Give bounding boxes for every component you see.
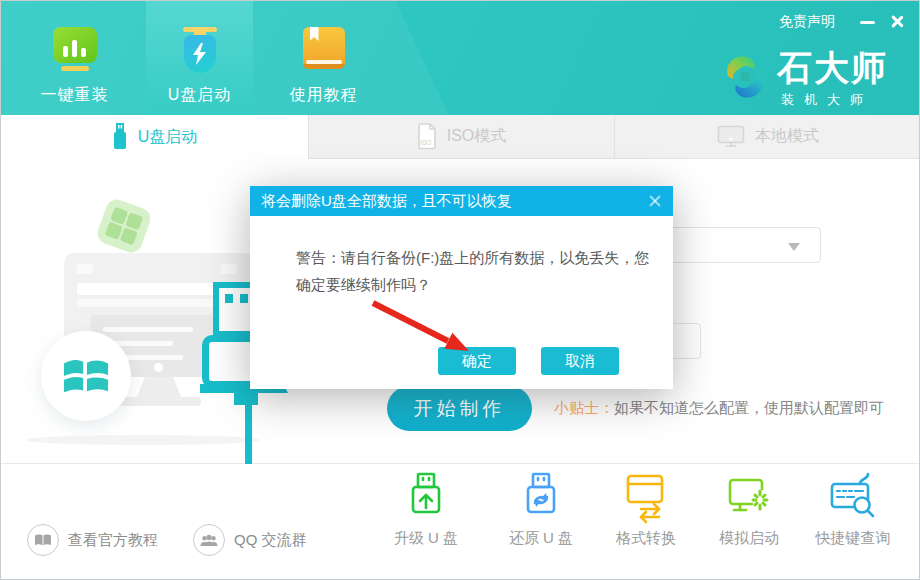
mode-tab-label: ISO模式 — [447, 126, 507, 147]
book-icon — [27, 524, 59, 556]
brand-subtitle: 装机大师 — [781, 91, 873, 109]
mode-tab-label: U盘启动 — [138, 127, 198, 148]
app-window: 一键重装 U盘启动 使用教程 免责声明 — [0, 0, 920, 580]
mode-tab-label: 本地模式 — [755, 126, 819, 147]
windows-flag-icon — [63, 355, 109, 397]
tab-one-key-reinstall[interactable]: 一键重装 — [21, 1, 128, 115]
tip-text: 小贴士：如果不知道怎么配置，使用默认配置即可 — [554, 399, 884, 418]
brand-name: 石大师 — [777, 45, 888, 92]
tool-label: 快捷键查询 — [798, 529, 908, 548]
dialog-title: 将会删除U盘全部数据，且不可以恢复 — [250, 186, 673, 216]
tip-label: 小贴士： — [554, 399, 614, 416]
mode-tab-usb[interactable]: U盘启动 — [1, 115, 308, 159]
tab-label: U盘启动 — [146, 85, 253, 106]
tool-label: 格式转换 — [591, 529, 701, 548]
usb-shield-icon — [146, 27, 253, 79]
dialog-close-icon[interactable] — [648, 194, 662, 208]
windows-logo-badge — [41, 331, 131, 421]
dialog-message: 警告：请自行备份(F:)盘上的所有数据，以免丢失，您 确定要继续制作吗？ — [296, 244, 649, 298]
lightning-icon — [193, 43, 206, 65]
mode-tab-iso[interactable]: ISO ISO模式 — [308, 115, 614, 159]
tool-label: 升级 U 盘 — [371, 529, 481, 548]
footer-bar: 查看官方教程 QQ 交流群 — [1, 463, 920, 580]
link-label: 查看官方教程 — [68, 531, 158, 550]
disclaimer-link[interactable]: 免责声明 — [779, 13, 835, 31]
local-monitor-icon — [717, 125, 745, 148]
minimize-icon[interactable] — [860, 21, 875, 24]
usb-restore-icon — [519, 472, 563, 524]
reinstall-icon — [21, 27, 128, 79]
format-convert-icon — [624, 472, 668, 524]
close-icon[interactable] — [889, 13, 905, 29]
tool-simulate-boot[interactable]: 模拟启动 — [694, 472, 804, 548]
tab-label: 使用教程 — [270, 85, 377, 106]
usb-upgrade-icon — [404, 472, 448, 524]
confirm-dialog: 将会删除U盘全部数据，且不可以恢复 警告：请自行备份(F:)盘上的所有数据，以免… — [250, 186, 673, 389]
tool-upgrade-usb[interactable]: 升级 U 盘 — [371, 472, 481, 548]
official-tutorial-link[interactable]: 查看官方教程 — [27, 524, 158, 556]
tool-format-convert[interactable]: 格式转换 — [591, 472, 701, 548]
confirm-button[interactable]: 确定 — [438, 347, 516, 375]
tab-label: 一键重装 — [21, 85, 128, 106]
brand-logo-icon — [719, 51, 771, 103]
app-header: 一键重装 U盘启动 使用教程 免责声明 — [1, 1, 920, 115]
qq-group-link[interactable]: QQ 交流群 — [193, 524, 307, 556]
windows-tile-illustration — [95, 197, 154, 256]
tool-hotkey-search[interactable]: 快捷键查询 — [798, 472, 908, 548]
tool-label: 还原 U 盘 — [486, 529, 596, 548]
usb-drive-icon — [112, 123, 128, 151]
link-label: QQ 交流群 — [234, 531, 307, 550]
tutorial-book-icon — [270, 27, 377, 79]
mode-tab-local[interactable]: 本地模式 — [614, 115, 920, 159]
tool-label: 模拟启动 — [694, 529, 804, 548]
svg-text:ISO: ISO — [420, 139, 431, 146]
people-icon — [193, 524, 225, 556]
hotkey-search-icon — [830, 472, 876, 524]
start-make-button[interactable]: 开始制作 — [387, 386, 532, 431]
tool-restore-usb[interactable]: 还原 U 盘 — [486, 472, 596, 548]
tab-usb-boot[interactable]: U盘启动 — [146, 1, 253, 115]
tab-tutorial[interactable]: 使用教程 — [270, 1, 377, 115]
simulate-boot-icon — [726, 472, 772, 524]
cancel-button[interactable]: 取消 — [541, 347, 619, 375]
chevron-down-icon — [788, 243, 800, 251]
iso-file-icon: ISO — [417, 123, 437, 150]
